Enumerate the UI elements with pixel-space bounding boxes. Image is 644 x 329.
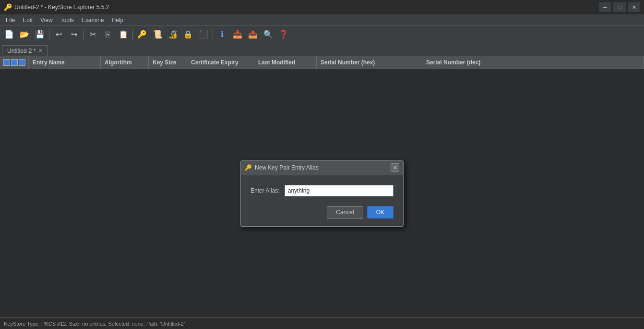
modal-overlay: 🔑 New Key Pair Entry Alias ✕ Enter Alias… bbox=[0, 69, 644, 317]
status-bar: KeyStore Type: PKCS #12, Size: no entrie… bbox=[0, 317, 644, 329]
dialog-title-left: 🔑 New Key Pair Entry Alias bbox=[245, 164, 319, 171]
undo-button[interactable]: ↩ bbox=[51, 28, 66, 41]
new-file-button[interactable]: 📄 bbox=[2, 28, 16, 41]
keypair-button[interactable]: 🔑 bbox=[135, 28, 149, 41]
import-button[interactable]: 📥 bbox=[230, 28, 245, 41]
close-button[interactable]: ✕ bbox=[628, 2, 640, 12]
maximize-button[interactable]: □ bbox=[613, 2, 626, 12]
col-icon-3 bbox=[19, 59, 25, 66]
col-header-entry-name[interactable]: Entry Name bbox=[29, 56, 101, 69]
title-bar: 🔑 Untitled-2 * - KeyStore Explorer 5.5.2… bbox=[0, 0, 644, 14]
col-header-last-modified[interactable]: Last Modified bbox=[254, 56, 317, 69]
info-button[interactable]: ℹ bbox=[215, 28, 229, 41]
redo-button[interactable]: ↪ bbox=[67, 28, 81, 41]
dialog-title-text: New Key Pair Entry Alias bbox=[255, 164, 319, 171]
copy-button[interactable]: ⎘ bbox=[101, 28, 115, 41]
toolbar: 📄 📂 💾 ↩ ↪ ✂ ⎘ 📋 🔑 📜 🔏 🔒 ⬛ ℹ 📥 📤 🔍 ❓ bbox=[0, 26, 644, 43]
dialog-body: Enter Alias: Cancel OK bbox=[241, 175, 403, 226]
tab-untitled-2[interactable]: Untitled-2 * ✕ bbox=[2, 45, 48, 56]
col-header-algorithm[interactable]: Algorithm bbox=[101, 56, 149, 69]
alias-input[interactable] bbox=[285, 185, 394, 196]
dialog-alias-row: Enter Alias: bbox=[250, 185, 394, 196]
menu-file[interactable]: File bbox=[2, 15, 19, 25]
help-button[interactable]: ❓ bbox=[276, 28, 291, 41]
generate-button[interactable]: 🔒 bbox=[181, 28, 195, 41]
menu-examine[interactable]: Examine bbox=[78, 15, 108, 25]
tab-label: Untitled-2 * bbox=[7, 48, 36, 54]
window-controls: ─ □ ✕ bbox=[599, 2, 640, 12]
paste-button[interactable]: 📋 bbox=[116, 28, 131, 41]
status-text: KeyStore Type: PKCS #12, Size: no entrie… bbox=[4, 321, 185, 327]
import-cert-button[interactable]: 🔏 bbox=[166, 28, 180, 41]
tab-bar: Untitled-2 * ✕ bbox=[0, 43, 644, 56]
minimize-button[interactable]: ─ bbox=[599, 2, 611, 12]
menu-tools[interactable]: Tools bbox=[57, 15, 78, 25]
dialog-buttons: Cancel OK bbox=[250, 206, 394, 219]
window-title: Untitled-2 * - KeyStore Explorer 5.5.2 bbox=[14, 4, 109, 11]
cut-button[interactable]: ✂ bbox=[85, 28, 100, 41]
open-file-button[interactable]: 📂 bbox=[17, 28, 32, 41]
menu-help[interactable]: Help bbox=[108, 15, 128, 25]
dialog-close-button[interactable]: ✕ bbox=[391, 163, 399, 172]
cancel-button[interactable]: Cancel bbox=[327, 206, 363, 219]
col-header-cert-expiry[interactable]: Certificate Expiry bbox=[187, 56, 254, 69]
col-header-serial-hex[interactable]: Serial Number (hex) bbox=[317, 56, 422, 69]
dialog-alias-label: Enter Alias: bbox=[250, 187, 280, 194]
dialog-new-keypair-alias: 🔑 New Key Pair Entry Alias ✕ Enter Alias… bbox=[240, 160, 404, 227]
save-file-button[interactable]: 💾 bbox=[33, 28, 47, 41]
toolbar-sep-1 bbox=[49, 29, 49, 40]
col-header-key-size[interactable]: Key Size bbox=[149, 56, 187, 69]
dialog-title-icon: 🔑 bbox=[245, 164, 252, 171]
password-button[interactable]: ⬛ bbox=[196, 28, 211, 41]
ok-button[interactable]: OK bbox=[367, 206, 394, 219]
menu-bar: File Edit View Tools Examine Help bbox=[0, 14, 644, 26]
dialog-title-bar: 🔑 New Key Pair Entry Alias ✕ bbox=[241, 161, 403, 175]
toolbar-sep-3 bbox=[132, 29, 133, 40]
export-button[interactable]: 📤 bbox=[246, 28, 260, 41]
main-content: 🔑 New Key Pair Entry Alias ✕ Enter Alias… bbox=[0, 69, 644, 317]
col-icons bbox=[0, 56, 29, 69]
app-icon: 🔑 bbox=[4, 3, 12, 11]
menu-edit[interactable]: Edit bbox=[19, 15, 36, 25]
toolbar-sep-4 bbox=[213, 29, 213, 40]
tab-close-icon[interactable]: ✕ bbox=[38, 48, 42, 53]
col-icon-2 bbox=[11, 59, 18, 66]
menu-view[interactable]: View bbox=[36, 15, 57, 25]
col-header-serial-dec[interactable]: Serial Number (dec) bbox=[422, 56, 644, 69]
find-button[interactable]: 🔍 bbox=[261, 28, 275, 41]
table-header: Entry Name Algorithm Key Size Certificat… bbox=[0, 56, 644, 69]
col-icon-1 bbox=[3, 59, 10, 66]
cert-button[interactable]: 📜 bbox=[150, 28, 165, 41]
toolbar-sep-2 bbox=[83, 29, 83, 40]
